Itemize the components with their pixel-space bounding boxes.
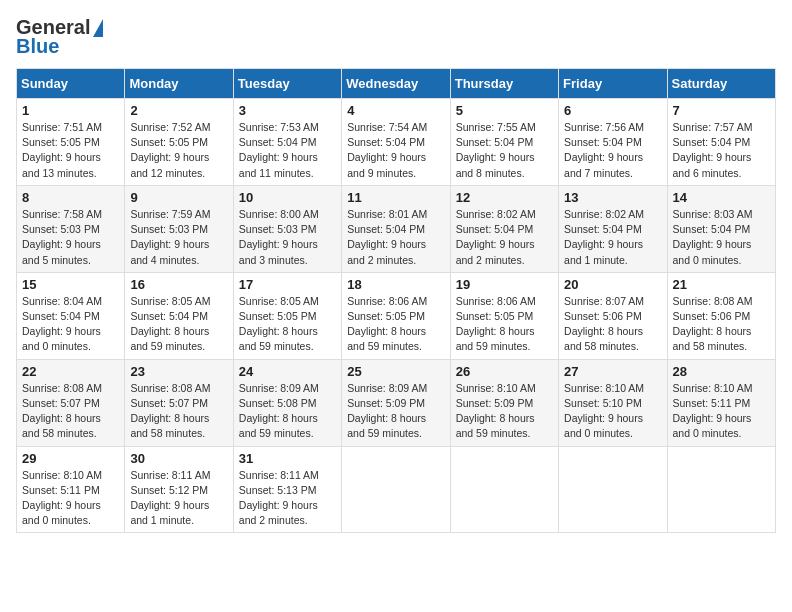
- logo-arrow-icon: [93, 19, 103, 37]
- calendar-cell: 2 Sunrise: 7:52 AM Sunset: 5:05 PM Dayli…: [125, 99, 233, 186]
- day-number: 8: [22, 190, 119, 205]
- day-info: Sunrise: 8:05 AM Sunset: 5:04 PM Dayligh…: [130, 294, 227, 355]
- calendar-week-4: 22 Sunrise: 8:08 AM Sunset: 5:07 PM Dayl…: [17, 359, 776, 446]
- calendar-cell: 5 Sunrise: 7:55 AM Sunset: 5:04 PM Dayli…: [450, 99, 558, 186]
- column-header-friday: Friday: [559, 69, 667, 99]
- day-number: 28: [673, 364, 770, 379]
- column-header-tuesday: Tuesday: [233, 69, 341, 99]
- calendar-cell: [559, 446, 667, 533]
- calendar-cell: 30 Sunrise: 8:11 AM Sunset: 5:12 PM Dayl…: [125, 446, 233, 533]
- day-number: 14: [673, 190, 770, 205]
- calendar-cell: 22 Sunrise: 8:08 AM Sunset: 5:07 PM Dayl…: [17, 359, 125, 446]
- calendar-cell: 14 Sunrise: 8:03 AM Sunset: 5:04 PM Dayl…: [667, 185, 775, 272]
- calendar-cell: 11 Sunrise: 8:01 AM Sunset: 5:04 PM Dayl…: [342, 185, 450, 272]
- day-number: 7: [673, 103, 770, 118]
- day-number: 21: [673, 277, 770, 292]
- calendar-cell: 17 Sunrise: 8:05 AM Sunset: 5:05 PM Dayl…: [233, 272, 341, 359]
- calendar-cell: 24 Sunrise: 8:09 AM Sunset: 5:08 PM Dayl…: [233, 359, 341, 446]
- calendar-cell: [667, 446, 775, 533]
- day-number: 11: [347, 190, 444, 205]
- calendar-cell: 23 Sunrise: 8:08 AM Sunset: 5:07 PM Dayl…: [125, 359, 233, 446]
- day-number: 19: [456, 277, 553, 292]
- column-header-saturday: Saturday: [667, 69, 775, 99]
- column-header-thursday: Thursday: [450, 69, 558, 99]
- day-number: 23: [130, 364, 227, 379]
- day-number: 30: [130, 451, 227, 466]
- day-info: Sunrise: 8:06 AM Sunset: 5:05 PM Dayligh…: [456, 294, 553, 355]
- calendar-week-5: 29 Sunrise: 8:10 AM Sunset: 5:11 PM Dayl…: [17, 446, 776, 533]
- calendar-cell: 31 Sunrise: 8:11 AM Sunset: 5:13 PM Dayl…: [233, 446, 341, 533]
- day-info: Sunrise: 8:09 AM Sunset: 5:08 PM Dayligh…: [239, 381, 336, 442]
- column-header-wednesday: Wednesday: [342, 69, 450, 99]
- day-info: Sunrise: 8:06 AM Sunset: 5:05 PM Dayligh…: [347, 294, 444, 355]
- logo-blue: Blue: [16, 35, 59, 58]
- calendar-cell: 7 Sunrise: 7:57 AM Sunset: 5:04 PM Dayli…: [667, 99, 775, 186]
- day-info: Sunrise: 8:04 AM Sunset: 5:04 PM Dayligh…: [22, 294, 119, 355]
- day-info: Sunrise: 7:56 AM Sunset: 5:04 PM Dayligh…: [564, 120, 661, 181]
- calendar-cell: 15 Sunrise: 8:04 AM Sunset: 5:04 PM Dayl…: [17, 272, 125, 359]
- day-number: 1: [22, 103, 119, 118]
- calendar-cell: 29 Sunrise: 8:10 AM Sunset: 5:11 PM Dayl…: [17, 446, 125, 533]
- calendar-cell: 1 Sunrise: 7:51 AM Sunset: 5:05 PM Dayli…: [17, 99, 125, 186]
- column-header-monday: Monday: [125, 69, 233, 99]
- day-info: Sunrise: 8:11 AM Sunset: 5:13 PM Dayligh…: [239, 468, 336, 529]
- day-info: Sunrise: 8:01 AM Sunset: 5:04 PM Dayligh…: [347, 207, 444, 268]
- day-number: 4: [347, 103, 444, 118]
- day-info: Sunrise: 8:07 AM Sunset: 5:06 PM Dayligh…: [564, 294, 661, 355]
- calendar-cell: 21 Sunrise: 8:08 AM Sunset: 5:06 PM Dayl…: [667, 272, 775, 359]
- day-info: Sunrise: 8:08 AM Sunset: 5:06 PM Dayligh…: [673, 294, 770, 355]
- calendar-week-2: 8 Sunrise: 7:58 AM Sunset: 5:03 PM Dayli…: [17, 185, 776, 272]
- day-number: 25: [347, 364, 444, 379]
- day-info: Sunrise: 7:57 AM Sunset: 5:04 PM Dayligh…: [673, 120, 770, 181]
- day-number: 31: [239, 451, 336, 466]
- day-number: 12: [456, 190, 553, 205]
- day-info: Sunrise: 8:05 AM Sunset: 5:05 PM Dayligh…: [239, 294, 336, 355]
- day-info: Sunrise: 7:58 AM Sunset: 5:03 PM Dayligh…: [22, 207, 119, 268]
- day-info: Sunrise: 8:02 AM Sunset: 5:04 PM Dayligh…: [456, 207, 553, 268]
- day-number: 15: [22, 277, 119, 292]
- day-info: Sunrise: 8:08 AM Sunset: 5:07 PM Dayligh…: [22, 381, 119, 442]
- day-number: 27: [564, 364, 661, 379]
- day-info: Sunrise: 7:54 AM Sunset: 5:04 PM Dayligh…: [347, 120, 444, 181]
- day-info: Sunrise: 8:08 AM Sunset: 5:07 PM Dayligh…: [130, 381, 227, 442]
- calendar-cell: 28 Sunrise: 8:10 AM Sunset: 5:11 PM Dayl…: [667, 359, 775, 446]
- day-info: Sunrise: 7:55 AM Sunset: 5:04 PM Dayligh…: [456, 120, 553, 181]
- calendar-table: SundayMondayTuesdayWednesdayThursdayFrid…: [16, 68, 776, 533]
- day-info: Sunrise: 8:10 AM Sunset: 5:10 PM Dayligh…: [564, 381, 661, 442]
- day-info: Sunrise: 8:10 AM Sunset: 5:11 PM Dayligh…: [22, 468, 119, 529]
- column-header-sunday: Sunday: [17, 69, 125, 99]
- logo: General Blue: [16, 16, 103, 58]
- calendar-cell: 10 Sunrise: 8:00 AM Sunset: 5:03 PM Dayl…: [233, 185, 341, 272]
- calendar-cell: [450, 446, 558, 533]
- calendar-cell: 25 Sunrise: 8:09 AM Sunset: 5:09 PM Dayl…: [342, 359, 450, 446]
- calendar-cell: 19 Sunrise: 8:06 AM Sunset: 5:05 PM Dayl…: [450, 272, 558, 359]
- calendar-cell: 16 Sunrise: 8:05 AM Sunset: 5:04 PM Dayl…: [125, 272, 233, 359]
- day-info: Sunrise: 8:11 AM Sunset: 5:12 PM Dayligh…: [130, 468, 227, 529]
- day-number: 5: [456, 103, 553, 118]
- day-number: 13: [564, 190, 661, 205]
- day-info: Sunrise: 8:00 AM Sunset: 5:03 PM Dayligh…: [239, 207, 336, 268]
- day-number: 16: [130, 277, 227, 292]
- day-number: 20: [564, 277, 661, 292]
- day-number: 26: [456, 364, 553, 379]
- day-number: 22: [22, 364, 119, 379]
- day-info: Sunrise: 7:52 AM Sunset: 5:05 PM Dayligh…: [130, 120, 227, 181]
- day-number: 18: [347, 277, 444, 292]
- day-info: Sunrise: 7:53 AM Sunset: 5:04 PM Dayligh…: [239, 120, 336, 181]
- day-number: 3: [239, 103, 336, 118]
- calendar-cell: 26 Sunrise: 8:10 AM Sunset: 5:09 PM Dayl…: [450, 359, 558, 446]
- day-number: 9: [130, 190, 227, 205]
- calendar-cell: 9 Sunrise: 7:59 AM Sunset: 5:03 PM Dayli…: [125, 185, 233, 272]
- day-info: Sunrise: 8:03 AM Sunset: 5:04 PM Dayligh…: [673, 207, 770, 268]
- day-number: 24: [239, 364, 336, 379]
- day-number: 17: [239, 277, 336, 292]
- day-number: 10: [239, 190, 336, 205]
- calendar-cell: 6 Sunrise: 7:56 AM Sunset: 5:04 PM Dayli…: [559, 99, 667, 186]
- day-info: Sunrise: 7:51 AM Sunset: 5:05 PM Dayligh…: [22, 120, 119, 181]
- calendar-cell: 4 Sunrise: 7:54 AM Sunset: 5:04 PM Dayli…: [342, 99, 450, 186]
- calendar-cell: 18 Sunrise: 8:06 AM Sunset: 5:05 PM Dayl…: [342, 272, 450, 359]
- calendar-cell: 20 Sunrise: 8:07 AM Sunset: 5:06 PM Dayl…: [559, 272, 667, 359]
- calendar-cell: 3 Sunrise: 7:53 AM Sunset: 5:04 PM Dayli…: [233, 99, 341, 186]
- calendar-header-row: SundayMondayTuesdayWednesdayThursdayFrid…: [17, 69, 776, 99]
- day-info: Sunrise: 8:02 AM Sunset: 5:04 PM Dayligh…: [564, 207, 661, 268]
